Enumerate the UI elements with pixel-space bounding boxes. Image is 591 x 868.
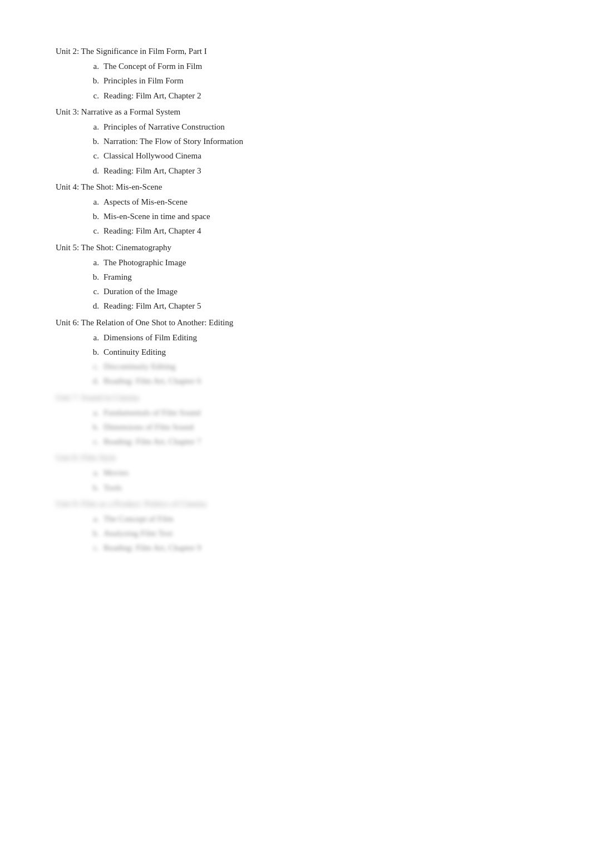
list-item-marker: b. xyxy=(89,480,99,495)
list-item-marker: a. xyxy=(89,255,99,270)
list-item: a.Principles of Narrative Construction xyxy=(89,120,534,134)
list-item-marker: b. xyxy=(89,526,99,540)
list-item-marker: d. xyxy=(89,163,99,178)
unit-unit5: Unit 5: The Shot: Cinematographya.The Ph… xyxy=(56,241,534,314)
list-item-text: Dimensions of Film Sound xyxy=(104,420,194,434)
unit-label-unit6: Unit 6: The Relation of One Shot to Anot… xyxy=(56,316,534,329)
list-item: b.Framing xyxy=(89,270,534,284)
sub-list-unit2: a.The Concept of Form in Filmb.Principle… xyxy=(56,59,534,103)
list-item: a.Aspects of Mis-en-Scene xyxy=(89,195,534,209)
list-item-text: Analyzing Film Text xyxy=(104,526,173,540)
unit-label-unit7: Unit 7: Sound in Cinema xyxy=(56,391,534,404)
unit-unit8: Unit 8: Film Stylea.Moviesb.Tools xyxy=(56,451,534,495)
list-item: b.Mis-en-Scene in time and space xyxy=(89,209,534,224)
list-item: d.Reading: Film Art, Chapter 5 xyxy=(89,299,534,313)
list-item-text: Reading: Film Art, Chapter 6 xyxy=(104,374,201,388)
list-item: a.The Photographic Image xyxy=(89,255,534,270)
list-item-marker: c. xyxy=(89,540,99,555)
list-item-text: Reading: Film Art, Chapter 3 xyxy=(104,163,201,178)
list-item-marker: c. xyxy=(89,434,99,449)
list-item-marker: c. xyxy=(89,88,99,103)
sub-list-unit6: a.Dimensions of Film Editingb.Continuity… xyxy=(56,330,534,389)
list-item-marker: d. xyxy=(89,299,99,313)
list-item-text: Principles of Narrative Construction xyxy=(104,120,225,134)
outline-container: Unit 2: The Significance in Film Form, P… xyxy=(56,44,534,555)
unit-unit6: Unit 6: The Relation of One Shot to Anot… xyxy=(56,316,534,389)
unit-label-unit9: Unit 9: Film as a Product: Politics of C… xyxy=(56,497,534,510)
list-item-text: Continuity Editing xyxy=(104,345,166,359)
unit-unit9: Unit 9: Film as a Product: Politics of C… xyxy=(56,497,534,555)
list-item: d.Reading: Film Art, Chapter 6 xyxy=(89,374,534,388)
list-item-marker: a. xyxy=(89,512,99,526)
list-item-marker: b. xyxy=(89,209,99,224)
list-item: b.Dimensions of Film Sound xyxy=(89,420,534,434)
list-item-marker: c. xyxy=(89,224,99,238)
list-item: c.Reading: Film Art, Chapter 4 xyxy=(89,224,534,238)
unit-unit2: Unit 2: The Significance in Film Form, P… xyxy=(56,44,534,103)
list-item: a.The Concept of Form in Film xyxy=(89,59,534,73)
list-item-text: The Concept of Form in Film xyxy=(104,59,202,73)
list-item: a.Movies xyxy=(89,465,534,480)
list-item-marker: b. xyxy=(89,73,99,88)
list-item-marker: b. xyxy=(89,420,99,434)
list-item-marker: a. xyxy=(89,120,99,134)
list-item-text: Fundamentals of Film Sound xyxy=(104,405,201,420)
sub-list-unit4: a.Aspects of Mis-en-Sceneb.Mis-en-Scene … xyxy=(56,195,534,239)
list-item-text: Reading: Film Art, Chapter 2 xyxy=(104,88,201,103)
list-item-text: Duration of the Image xyxy=(104,284,178,299)
list-item: c.Discontinuity Editing xyxy=(89,359,534,374)
sub-list-unit9: a.The Concept of Filmb.Analyzing Film Te… xyxy=(56,512,534,555)
list-item-marker: b. xyxy=(89,134,99,148)
unit-label-unit3: Unit 3: Narrative as a Formal System xyxy=(56,105,534,118)
list-item: c.Reading: Film Art, Chapter 2 xyxy=(89,88,534,103)
list-item: a.The Concept of Film xyxy=(89,512,534,526)
list-item-text: Reading: Film Art, Chapter 5 xyxy=(104,299,201,313)
list-item-text: Reading: Film Art, Chapter 9 xyxy=(104,540,201,555)
list-item: b.Continuity Editing xyxy=(89,345,534,359)
unit-label-unit2: Unit 2: The Significance in Film Form, P… xyxy=(56,44,534,58)
unit-label-unit4: Unit 4: The Shot: Mis-en-Scene xyxy=(56,180,534,194)
list-item: a.Fundamentals of Film Sound xyxy=(89,405,534,420)
list-item-marker: a. xyxy=(89,195,99,209)
unit-unit7: Unit 7: Sound in Cinemaa.Fundamentals of… xyxy=(56,391,534,449)
list-item-marker: d. xyxy=(89,374,99,388)
list-item-marker: c. xyxy=(89,284,99,299)
list-item: c.Reading: Film Art, Chapter 7 xyxy=(89,434,534,449)
list-item: b.Narration: The Flow of Story Informati… xyxy=(89,134,534,148)
sub-list-unit3: a.Principles of Narrative Constructionb.… xyxy=(56,120,534,178)
list-item-text: Reading: Film Art, Chapter 7 xyxy=(104,434,201,449)
list-item: d.Reading: Film Art, Chapter 3 xyxy=(89,163,534,178)
list-item: b.Principles in Film Form xyxy=(89,73,534,88)
unit-unit3: Unit 3: Narrative as a Formal Systema.Pr… xyxy=(56,105,534,178)
list-item-text: Aspects of Mis-en-Scene xyxy=(104,195,188,209)
list-item-text: Framing xyxy=(104,270,132,284)
list-item-text: The Photographic Image xyxy=(104,255,186,270)
list-item-text: Movies xyxy=(104,465,129,480)
list-item: a.Dimensions of Film Editing xyxy=(89,330,534,345)
list-item-marker: c. xyxy=(89,148,99,163)
list-item-text: Narration: The Flow of Story Information xyxy=(104,134,243,148)
list-item-text: Reading: Film Art, Chapter 4 xyxy=(104,224,201,238)
list-item: c.Reading: Film Art, Chapter 9 xyxy=(89,540,534,555)
unit-label-unit5: Unit 5: The Shot: Cinematography xyxy=(56,241,534,254)
list-item-text: Principles in Film Form xyxy=(104,73,184,88)
sub-list-unit8: a.Moviesb.Tools xyxy=(56,465,534,495)
list-item-marker: c. xyxy=(89,359,99,374)
unit-label-unit8: Unit 8: Film Style xyxy=(56,451,534,464)
list-item: c.Classical Hollywood Cinema xyxy=(89,148,534,163)
list-item-text: Dimensions of Film Editing xyxy=(104,330,197,345)
list-item-marker: a. xyxy=(89,465,99,480)
list-item-text: Tools xyxy=(104,480,122,495)
list-item: c.Duration of the Image xyxy=(89,284,534,299)
list-item: b.Analyzing Film Text xyxy=(89,526,534,540)
list-item-marker: a. xyxy=(89,330,99,345)
sub-list-unit7: a.Fundamentals of Film Soundb.Dimensions… xyxy=(56,405,534,449)
list-item: b.Tools xyxy=(89,480,534,495)
list-item-marker: a. xyxy=(89,405,99,420)
list-item-text: The Concept of Film xyxy=(104,512,173,526)
list-item-marker: a. xyxy=(89,59,99,73)
unit-unit4: Unit 4: The Shot: Mis-en-Scenea.Aspects … xyxy=(56,180,534,239)
list-item-text: Discontinuity Editing xyxy=(104,359,176,374)
list-item-marker: b. xyxy=(89,345,99,359)
list-item-text: Mis-en-Scene in time and space xyxy=(104,209,210,224)
